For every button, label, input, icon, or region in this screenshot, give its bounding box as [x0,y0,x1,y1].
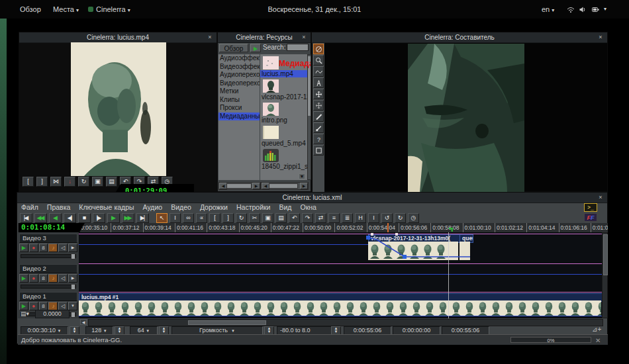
fast-reverse-button[interactable]: ◀◀ [34,213,47,223]
track-title[interactable]: Видео 1 [19,292,77,301]
out-point-icon[interactable]: ] [36,177,48,187]
track-title[interactable]: Видео 2 [19,264,77,273]
timeline-titlebar[interactable]: Cinelerra: lucias.xml [17,193,607,203]
forward-to-end-button[interactable]: ▶| [136,213,149,223]
category-item-4[interactable]: Видеопереходы [218,79,260,88]
category-item-1[interactable]: Аудиоэффекты [218,54,260,63]
preview-play-button[interactable]: ▶ [250,44,261,52]
files-scroll-down-icon[interactable]: ▼ [299,173,305,179]
cancel-operation-icon[interactable]: ✕ [595,336,601,345]
app-menu-cinelerra[interactable]: Cinelerra ▾ [88,0,130,19]
in-point-icon[interactable]: [ [23,177,34,187]
clip-body-v3b[interactable] [460,242,470,260]
menu-8[interactable]: Вид [279,203,292,212]
track-expander-icon[interactable]: ▶ [68,244,77,252]
track-expander-icon[interactable]: ▶ [68,274,77,283]
mask-tool-icon[interactable] [313,66,324,77]
timeline-canvas[interactable]: vlcsnap-2017-12-31-13h13m0(queulucius.mp… [79,232,602,318]
menu-3[interactable]: Ключевые кадры [79,203,134,212]
file-item-5[interactable]: 18450_zippi1_sou [260,163,307,170]
mute-toggle[interactable]: ◁ [58,244,68,252]
menu-1[interactable]: Файл [21,203,38,212]
close-icon[interactable]: × [597,32,604,42]
viewer-timecode[interactable]: 0:01:29:09 [116,184,194,192]
search-input[interactable] [287,44,309,51]
fader-handle[interactable] [71,253,75,259]
frame-reverse-button[interactable]: ◀| [64,213,76,223]
fader-handle[interactable] [71,284,75,290]
keyframe-toggle-icon[interactable]: ∝ [196,213,207,223]
battery-icon[interactable] [592,6,600,24]
file-thumbnail[interactable] [263,149,279,162]
window-expand-icons[interactable]: ⊿+ [592,326,605,334]
track-fader[interactable] [21,285,76,289]
category-item-6[interactable]: Клипы [218,96,260,105]
labels-follow-icon[interactable]: ≣ [342,213,353,223]
copy-icon[interactable]: ▣ [92,177,103,187]
close-icon[interactable]: × [597,193,604,203]
stop-button[interactable]: ■ [78,213,91,223]
split-icon[interactable]: ✂ [249,213,260,223]
keyframe-scope-icon[interactable]: ▤▾ [21,310,29,317]
pencil-tool-icon[interactable] [313,111,324,122]
projector-tool-icon[interactable] [313,100,324,111]
menu-7[interactable]: Настройки [236,203,271,212]
file-thumbnail[interactable] [263,79,279,93]
arm-record-toggle[interactable]: ● [29,274,38,283]
undo-icon[interactable]: ↶ [289,213,300,223]
paste-icon[interactable]: ▤ [106,177,117,187]
system-menu-chevron-icon[interactable]: ▾ [604,0,606,19]
file-item-2[interactable]: vlcsnap-2017-12-31- [260,93,307,101]
fast-forward-button[interactable]: ▶▶ [122,213,134,223]
clip-body-v1[interactable] [79,300,601,316]
files-hscrollbar[interactable]: ◀▶ [261,182,309,190]
copy-icon[interactable]: ▣ [262,213,273,223]
menu-4[interactable]: Аудио [143,203,163,212]
to-clip-icon[interactable]: ↻ [78,177,89,187]
draw-media-toggle[interactable]: ♪ [48,244,58,252]
timeline-ruler[interactable]: 0:00:35:100:00:37:120:00:39:140:00:41:16… [18,223,608,233]
clip-body-v3[interactable] [368,242,458,260]
timeline-vertical-scrollbar[interactable] [602,232,608,318]
protect-tool-icon[interactable] [313,44,324,54]
clock-icon[interactable]: ◷ [408,213,419,223]
shell-commands-button[interactable]: >_ [584,203,597,212]
in-point-icon[interactable]: [ [209,213,220,223]
redo-circle-icon[interactable]: ↻ [395,213,406,223]
keyboard-layout-indicator[interactable]: en ▾ [542,0,554,19]
file-item-1[interactable]: lucius.mp4 [260,70,307,77]
link-toggle-icon[interactable]: ∞ [183,213,194,223]
close-icon[interactable]: × [207,32,213,42]
loop-icon[interactable]: ↻ [236,213,247,223]
file-thumbnail[interactable] [263,56,279,69]
track-title[interactable]: Видео 3 [19,234,77,243]
ffmpeg-toggle-button[interactable]: FF [584,213,597,222]
category-item-3[interactable]: Аудиопереходы [218,71,260,79]
gang-toggle[interactable]: 8 [39,244,48,252]
mute-toggle[interactable]: ◁ [58,274,68,283]
browse-mode-dropdown[interactable]: Обзор [219,44,248,52]
file-item-4[interactable]: queued_5.mp4 [260,140,307,147]
compositor-titlebar[interactable]: Cinelerra: Составитель [312,32,607,43]
gang-toggle[interactable]: 8 [39,274,48,283]
magnify-tool-icon[interactable] [313,55,324,66]
draw-media-toggle[interactable]: ♪ [48,274,58,283]
timeline-scroll-left-icon[interactable]: ◀ [80,319,87,325]
arm-record-toggle[interactable]: ● [29,244,38,252]
automation-zoom-field[interactable]: 0.0000 [35,310,70,318]
timeline-horizontal-scrollbar[interactable] [88,319,603,326]
safe-regions-toggle-icon[interactable] [313,145,324,156]
splice-icon[interactable]: ⋈ [50,177,62,187]
tool-info-toggle-icon[interactable]: ? [313,134,324,144]
category-item-8[interactable]: Медиаданные [218,113,260,121]
file-thumbnail[interactable] [263,126,279,139]
volume-icon[interactable] [579,6,587,24]
category-item-5[interactable]: Метки [218,87,260,96]
camera-tool-icon[interactable] [313,89,324,99]
close-icon[interactable]: × [301,32,307,42]
menu-6[interactable]: Дорожки [200,203,228,212]
play-enable-toggle[interactable]: ▶ [19,274,28,283]
drag-arrow-tool[interactable]: ↖ [156,213,168,223]
file-thumbnail[interactable] [263,103,279,116]
play-enable-toggle[interactable]: ▶ [19,244,28,252]
